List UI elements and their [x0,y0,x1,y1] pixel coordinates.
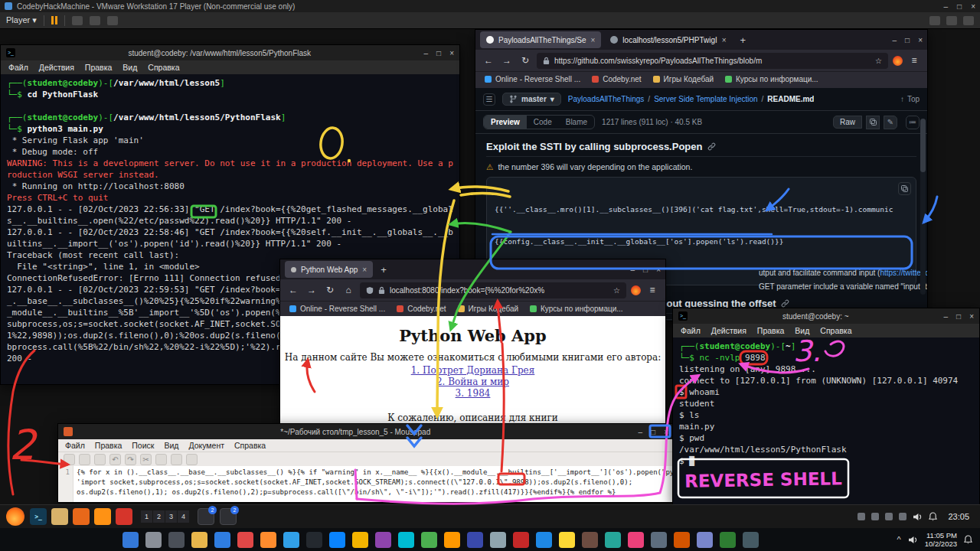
menu-item[interactable]: Вид [122,63,137,72]
tab-close-icon[interactable]: × [362,266,367,274]
taskbar-app-icon[interactable] [94,508,111,525]
maximize-button[interactable]: □ [905,36,910,44]
maximize-button[interactable]: □ [956,312,961,321]
menu-item[interactable]: Вид [795,326,809,335]
menu-item[interactable]: Поиск [132,441,154,450]
taskbar-app-icon[interactable] [375,532,391,548]
editor-text[interactable]: {% for x in ().__class__.__base__.__subc… [74,466,674,502]
new-tab-button[interactable]: + [736,34,751,46]
back-button[interactable]: ← [482,54,495,67]
terminal1-titlebar[interactable]: >_ student@codeby: /var/www/html/lesson5… [1,45,459,60]
back-button[interactable]: ← [286,283,300,297]
book-link[interactable]: 2. Война и мир [280,377,665,388]
edit-file-icon[interactable]: ✎ [884,116,897,129]
cut-icon[interactable]: ✂ [140,454,152,465]
minimize-button[interactable]: – [944,2,949,11]
taskbar-app-icon[interactable] [513,532,529,548]
taskbar-app-icon[interactable] [214,532,230,548]
back-to-top-link[interactable]: ↑ Top [900,95,920,103]
minimize-button[interactable]: – [424,49,429,57]
terminal2-titlebar[interactable]: >_ student@codeby: ~ – □ × [673,308,979,324]
vm-clock[interactable]: 23:05 [948,512,969,521]
menu-item[interactable]: Файл [681,326,701,335]
menu-item[interactable]: Действия [39,63,74,72]
taskbar-app-icon[interactable] [582,532,598,548]
notification-bell-icon[interactable] [964,535,972,544]
collapse-toolbar-button[interactable] [963,16,974,25]
extension-flame-icon[interactable] [893,56,903,66]
settings-button[interactable] [107,16,118,25]
scrollbar-thumb[interactable] [920,119,926,172]
tab-close-icon[interactable]: × [722,36,727,44]
breadcrumb-folder-link[interactable]: Server Side Template Injection [654,95,757,103]
tray-icon[interactable] [871,513,879,520]
minimize-button[interactable]: – [944,312,949,321]
paste-icon[interactable] [171,454,182,465]
menu-item[interactable]: Правка [757,326,784,335]
taskbar-app-icon[interactable] [283,532,299,548]
reload-button[interactable]: ↻ [323,283,337,297]
player-menu[interactable]: Player ▾ [6,15,37,25]
maximize-button[interactable]: □ [436,49,441,57]
open-file-icon[interactable] [79,454,90,465]
taskbar-app-icon[interactable] [743,532,759,548]
menu-item[interactable]: Файл [8,63,28,72]
taskbar-app-icon[interactable] [237,532,253,548]
unity-button[interactable] [929,16,940,25]
tab-python-web-app[interactable]: Python Web App × [285,261,373,278]
menu-item[interactable]: Файл [65,441,85,450]
taskbar-app-icon[interactable] [306,532,322,548]
tray-icon[interactable] [899,513,906,520]
bookmark-star-icon[interactable]: ☆ [613,286,620,295]
maximize-button[interactable]: □ [651,428,655,436]
minimize-button[interactable]: – [639,428,643,436]
close-button[interactable]: × [449,49,454,57]
tab-preview[interactable]: Preview [484,116,527,129]
send-ctrl-alt-del-button[interactable] [72,16,83,25]
bookmark-item[interactable]: Игры Кодебай [458,305,518,313]
bell-icon[interactable] [929,512,937,521]
taskbar-app-icon[interactable] [628,532,644,548]
taskbar-app-icon[interactable] [73,508,90,525]
bookmark-star-icon[interactable]: ☆ [875,57,882,65]
search-icon[interactable] [186,454,198,465]
taskbar-app-icon[interactable] [398,532,414,548]
taskbar-app-icon[interactable] [122,532,139,548]
taskbar-app-icon[interactable] [467,532,483,548]
outline-icon[interactable]: ≔ [906,116,920,129]
app-menu-button[interactable]: ≡ [645,283,659,297]
copy-code-button[interactable] [898,182,911,195]
taskbar-app-icon[interactable] [352,532,368,548]
tab-blame[interactable]: Blame [559,116,594,129]
taskbar-app-icon[interactable] [490,532,506,548]
new-tab-button[interactable]: + [376,264,391,276]
close-button[interactable]: × [918,36,923,44]
new-file-icon[interactable] [64,454,75,465]
menu-item[interactable]: Правка [95,441,122,450]
home-button[interactable]: ⌂ [341,283,355,297]
bookmark-item[interactable]: Online - Reverse Shell ... [485,75,580,83]
taskbar-app-icon[interactable] [191,532,207,548]
volume-icon[interactable] [908,536,918,544]
scrollbar[interactable] [920,119,926,295]
undo-icon[interactable]: ↶ [109,454,121,465]
redo-icon[interactable]: ↷ [125,454,136,465]
menu-item[interactable]: Справка [148,63,179,72]
tab-code[interactable]: Code [527,116,559,129]
taskbar-app-icon[interactable]: >_ [30,508,47,525]
copy-raw-icon[interactable] [866,116,880,129]
chain-link-icon[interactable] [707,142,716,151]
taskbar-app-icon[interactable] [116,508,132,525]
menu-item[interactable]: Вид [164,441,178,450]
extension-flame-icon[interactable] [631,285,641,295]
window-group-icon[interactable]: 2 [198,508,214,525]
taskbar-app-icon[interactable] [444,532,460,548]
menu-item[interactable]: Документ [188,441,224,450]
taskbar-app-icon[interactable] [51,508,68,525]
tab-payloadsallthethings[interactable]: PayloadsAllTheThings/Se × [480,31,601,48]
shield-icon[interactable] [366,286,374,295]
taskbar-app-icon[interactable] [329,532,345,548]
taskbar-app-icon[interactable] [260,532,276,548]
breadcrumb-repo-link[interactable]: PayloadsAllTheThings [568,95,645,103]
reload-button[interactable]: ↻ [518,54,532,67]
